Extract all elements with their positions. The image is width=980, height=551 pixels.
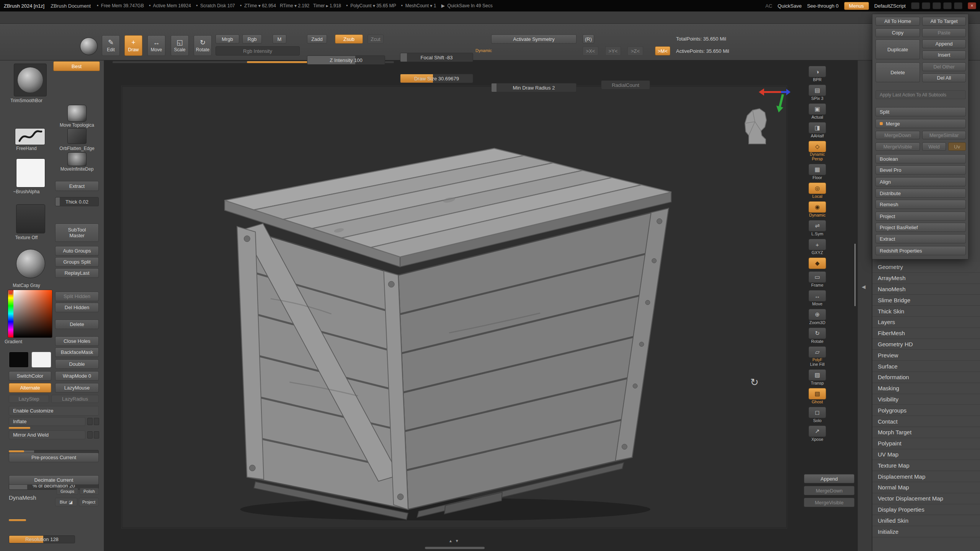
tool-section-arraymesh[interactable]: ArrayMesh <box>872 273 980 284</box>
project-button[interactable]: Project <box>875 212 966 221</box>
del-hidden-button[interactable]: Del Hidden <box>55 303 99 312</box>
activate-symmetry-button[interactable]: Activate Symmetry <box>491 34 577 44</box>
move-button[interactable]: ↔ Move <box>147 35 165 56</box>
split-hidden-button[interactable]: Split Hidden <box>55 292 99 301</box>
mirror-and-weld-button[interactable]: Mirror And Weld <box>9 430 85 439</box>
switchcolor-button[interactable]: SwitchColor <box>9 371 51 381</box>
gradient-toggle[interactable]: Gradient <box>5 339 35 344</box>
apply-last-action-button[interactable]: Apply Last Action To All Subtools <box>875 90 966 99</box>
tool-section-layers[interactable]: Layers <box>872 317 980 328</box>
preprocess-current-button[interactable]: Pre-process Current <box>9 453 99 462</box>
close-icon[interactable]: × <box>968 2 976 9</box>
paste-button[interactable]: Paste <box>922 28 966 37</box>
see-through-button[interactable]: See-through 0 <box>807 3 838 9</box>
subtool-master-button[interactable]: SubTool Master <box>55 223 99 242</box>
default-zscript-button[interactable]: DefaultZScript <box>874 3 906 9</box>
mergedown-button[interactable]: MergeDown <box>875 131 920 139</box>
tool-section-preview[interactable]: Preview <box>872 350 980 361</box>
tool-section-vector-displacement-map[interactable]: Vector Displacement Map <box>872 493 980 504</box>
remesh-button[interactable]: Remesh <box>875 200 966 209</box>
axis-orientation-gizmo[interactable] <box>758 83 791 118</box>
tool-section-displacement-map[interactable]: Displacement Map <box>872 471 980 482</box>
shelf-xpose[interactable]: ↗ Xpose <box>802 425 832 442</box>
enable-customize-button[interactable]: Enable Customize <box>9 406 99 416</box>
tool-section-normal-map[interactable]: Normal Map <box>872 482 980 493</box>
panel-divider[interactable]: ◀ <box>858 60 872 551</box>
shelf-solo[interactable]: ◻ Solo <box>802 407 832 423</box>
dynamesh-polish-button[interactable]: Polish <box>80 488 99 495</box>
color-picker[interactable] <box>8 290 52 338</box>
backfacemask-button[interactable]: BackfaceMask <box>55 347 99 357</box>
close-holes-button[interactable]: Close Holes <box>55 336 99 346</box>
sym-z-toggle[interactable]: >Z< <box>627 46 643 55</box>
uv-toggle[interactable]: Uv <box>948 142 966 151</box>
shelf-bpr[interactable]: ◑ BPR <box>802 66 832 82</box>
edit-button[interactable]: ✎ Edit <box>102 35 120 56</box>
shelf-aahalf[interactable]: ◨ AAHalf <box>802 122 832 139</box>
mergevisible-button[interactable]: MergeVisible <box>875 142 920 151</box>
del-all-button[interactable]: Del All <box>922 73 966 82</box>
zcut-button[interactable]: Zcut <box>368 34 384 44</box>
shelf-local[interactable]: ◎ Local <box>802 183 832 199</box>
material-preview-sphere[interactable] <box>80 37 98 55</box>
del-other-button[interactable]: Del Other <box>922 62 966 71</box>
layout-icon[interactable] <box>943 2 952 9</box>
document-viewport[interactable]: ↻ ▲ ▼ <box>104 60 858 551</box>
monitor-icon[interactable] <box>933 2 941 9</box>
copy-button[interactable]: Copy <box>875 28 920 37</box>
scale-button[interactable]: ◱ Scale <box>171 35 189 56</box>
all-to-target-button[interactable]: All To Target <box>922 17 966 26</box>
shelf-frame[interactable]: ▭ Frame <box>802 271 832 288</box>
min-draw-radius-slider[interactable]: Min Draw Radius 2 <box>491 83 577 92</box>
shelf-linefill[interactable]: ▱ PolyF Line Fill <box>802 346 832 367</box>
tool-section-polypaint[interactable]: Polypaint <box>872 438 980 449</box>
shelf-dynamic[interactable]: ◉ Dynamic <box>802 201 832 218</box>
grid-icon[interactable] <box>954 2 962 9</box>
draw-button[interactable]: + Draw <box>124 35 142 56</box>
zsub-button[interactable]: Zsub <box>335 34 363 44</box>
merge-button[interactable]: Merge <box>875 119 966 128</box>
main-color-swatch[interactable] <box>9 352 29 368</box>
wrapmode-button[interactable]: WrapMode 0 <box>55 371 99 381</box>
subtool-mergedown-button[interactable]: MergeDown <box>804 486 854 495</box>
tool-section-contact[interactable]: Contact <box>872 416 980 427</box>
keys-icon[interactable] <box>911 2 920 9</box>
sym-y-toggle[interactable]: >Y< <box>605 46 621 55</box>
align-button[interactable]: Align <box>875 177 966 186</box>
shelf-gxyz[interactable]: + GXYZ <box>802 239 832 255</box>
gyro-icon[interactable]: ◆ <box>802 258 832 269</box>
crate-model[interactable] <box>214 134 688 520</box>
quicksave-button[interactable]: QuickSave <box>777 3 802 9</box>
shelf-spix[interactable]: ▤ SPix 3 <box>802 85 832 101</box>
tool-section-thick-skin[interactable]: Thick Skin <box>872 306 980 317</box>
dynamesh-project-button[interactable]: Project <box>79 498 99 506</box>
duplicate-button[interactable]: Duplicate <box>875 39 920 59</box>
tool-section-geometry-hd[interactable]: Geometry HD <box>872 339 980 350</box>
canvas-scroll-arrows[interactable]: ▲ ▼ <box>449 539 460 543</box>
tool-section-deformation[interactable]: Deformation <box>872 372 980 383</box>
brush-thumb-orbflatten[interactable] <box>67 128 87 144</box>
saturation-square[interactable] <box>13 290 52 337</box>
bevel-pro-button[interactable]: Bevel Pro <box>875 165 966 174</box>
decimate-current-button[interactable]: Decimate Current <box>9 475 99 485</box>
subtool-mergevisible-button[interactable]: MergeVisible <box>804 498 854 507</box>
shelf-move[interactable]: ↔ Move <box>802 290 832 306</box>
shelf-rotate[interactable]: ↻ Rotate <box>802 328 832 344</box>
insert-button[interactable]: Insert <box>922 51 966 59</box>
auto-groups-button[interactable]: Auto Groups <box>55 246 99 256</box>
extract-button[interactable]: Extract <box>55 181 99 191</box>
tool-section-polygroups[interactable]: Polygroups <box>872 405 980 416</box>
delete-button[interactable]: Delete <box>55 320 99 329</box>
weld-button[interactable]: Weld <box>922 142 946 151</box>
mirror-options-icon[interactable] <box>94 431 99 439</box>
dynamic-tag[interactable]: Dynamic <box>475 48 492 53</box>
focal-shift-slider[interactable]: Focal Shift -83 <box>400 53 473 62</box>
resolution-slider[interactable]: Resolution 128 <box>9 535 75 543</box>
draw-size-slider[interactable]: Draw Size 30.69679 <box>400 74 473 83</box>
texture-thumb[interactable] <box>16 204 45 233</box>
matcap-thumb[interactable] <box>16 249 45 278</box>
shelf-ghost[interactable]: ▧ Ghost <box>802 388 832 404</box>
tool-section-slime-bridge[interactable]: Slime Bridge <box>872 295 980 306</box>
radialcount-slider[interactable]: RadialCount <box>601 80 650 90</box>
tool-section-masking[interactable]: Masking <box>872 383 980 394</box>
